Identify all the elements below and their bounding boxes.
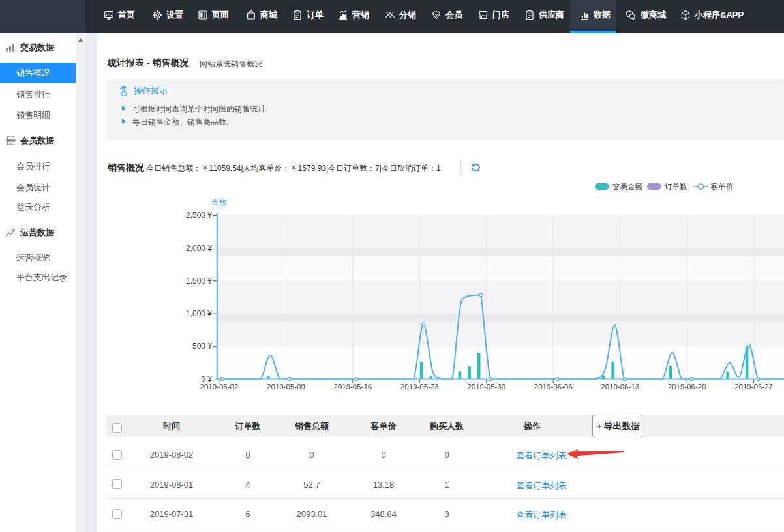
svg-text:1,500 ¥: 1,500 ¥ xyxy=(186,276,212,286)
svg-text:2019-06-06: 2019-06-06 xyxy=(534,383,573,391)
svg-text:2019-06-27: 2019-06-27 xyxy=(734,383,773,391)
svg-text:金额: 金额 xyxy=(211,198,227,206)
svg-text:APP: APP xyxy=(8,140,14,142)
svg-text:2019-05-30: 2019-05-30 xyxy=(467,383,505,391)
svg-text:2019-05-02: 2019-05-02 xyxy=(200,383,238,391)
svg-text:500 ¥: 500 ¥ xyxy=(192,342,212,351)
svg-text:2019-06-13: 2019-06-13 xyxy=(601,383,639,391)
svg-text:2019-05-16: 2019-05-16 xyxy=(333,383,372,391)
svg-text:2,500 ¥: 2,500 ¥ xyxy=(186,211,212,220)
svg-text:2,000 ¥: 2,000 ¥ xyxy=(186,244,212,253)
svg-text:1,000 ¥: 1,000 ¥ xyxy=(186,309,212,318)
svg-text:2019-06-20: 2019-06-20 xyxy=(668,383,706,391)
svg-text:2019-05-23: 2019-05-23 xyxy=(400,383,439,391)
svg-text:2019-05-09: 2019-05-09 xyxy=(267,383,305,391)
